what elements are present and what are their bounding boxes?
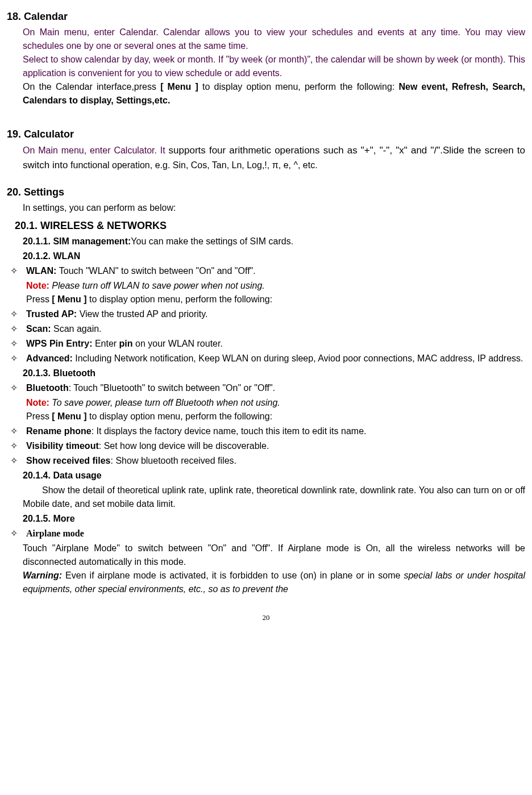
section-20-num: 20.	[7, 186, 21, 198]
section-18-p2: On the Calendar interface,press [ Menu ]…	[23, 80, 525, 107]
diamond-icon: ✧	[7, 424, 26, 438]
diamond-icon: ✧	[7, 264, 26, 278]
bt-t: : Touch "Bluetooth" to switch between "O…	[69, 383, 275, 393]
section-18-p2a: On the Calendar interface,press	[23, 82, 160, 91]
data-usage-text: Show the detail of theoretical uplink ra…	[23, 484, 525, 511]
section-19-text: Calculator	[24, 128, 74, 140]
trusted-ap-body: Trusted AP: View the trusted AP and prio…	[26, 307, 525, 321]
airplane-text: Touch "Airplane Mode" to switch between …	[23, 542, 525, 569]
wps-t1: Enter	[95, 339, 119, 348]
bt-item: ✧ Bluetooth: Touch "Bluetooth" to switch…	[7, 381, 525, 395]
wps-t2: on your WLAN router.	[133, 339, 223, 348]
heading-201: 20.1. WIRELESS & NETWORKS	[15, 218, 525, 234]
section-18-title: 18. Calendar	[7, 9, 525, 24]
press-a-2: Press	[26, 411, 52, 421]
press-b-2: to display option menu, perform the foll…	[87, 411, 272, 421]
scan-b: Scan:	[26, 324, 53, 334]
wlan-item: ✧ WLAN: Touch "WLAN" to switch between "…	[7, 264, 525, 278]
vis-b: Visibility timeout	[26, 441, 99, 451]
text-2011: You can make the settings of SIM cards.	[131, 236, 293, 246]
wlan-b: WLAN:	[26, 266, 59, 276]
rename-t: : It displays the factory device name, t…	[92, 426, 367, 436]
trusted-ap-item: ✧ Trusted AP: View the trusted AP and pr…	[7, 307, 525, 321]
wps-item: ✧ WPS Pin Entry: Enter pin on your WLAN …	[7, 337, 525, 351]
press-menu-2: [ Menu ]	[52, 411, 86, 421]
section-18-p1a: On Main menu, enter Calendar. Calendar a…	[23, 26, 525, 53]
section-18-p2b: [ Menu ]	[160, 82, 198, 91]
advanced-item: ✧ Advanced: Including Network notificati…	[7, 352, 525, 365]
note-label-1: Note:	[26, 281, 49, 290]
bt-sublist: ✧ Rename phone: It displays the factory …	[7, 424, 525, 468]
show-files-item: ✧ Show received files: Show bluetooth re…	[7, 454, 525, 468]
bt-note: To save power, please turn off Bluetooth…	[49, 398, 280, 407]
more-list: ✧ Airplane mode	[7, 527, 525, 540]
wlan-press-row: Press [ Menu ] to display option menu, p…	[26, 293, 525, 306]
wlan-body: WLAN: Touch "WLAN" to switch between "On…	[26, 264, 525, 278]
rename-b: Rename phone	[26, 426, 92, 436]
section-19-num: 19.	[7, 128, 21, 140]
diamond-icon: ✧	[7, 454, 26, 468]
heading-2011: 20.1.1. SIM management:	[23, 236, 131, 246]
heading-2014: 20.1.4. Data usage	[23, 469, 525, 482]
bt-press-row: Press [ Menu ] to display option menu, p…	[26, 410, 525, 423]
scan-t: Scan again.	[53, 324, 102, 334]
section-20-intro: In settings, you can perform as below:	[23, 201, 525, 215]
warn-t1: Even if airplane mode is activated, it i…	[62, 571, 404, 580]
press-a-1: Press	[26, 294, 52, 304]
press-menu-1: [ Menu ]	[52, 294, 86, 304]
show-files-body: Show received files: Show bluetooth rece…	[26, 454, 525, 468]
scan-body: Scan: Scan again.	[26, 322, 525, 336]
wlan-sublist: ✧ Trusted AP: View the trusted AP and pr…	[7, 307, 525, 365]
rename-item: ✧ Rename phone: It displays the factory …	[7, 424, 525, 438]
heading-2012: 20.1.2. WLAN	[23, 249, 525, 263]
diamond-icon: ✧	[7, 322, 26, 336]
trusted-t: View the trusted AP and priority.	[80, 309, 208, 319]
visibility-body: Visibility timeout: Set how long device …	[26, 439, 525, 453]
heading-2015: 20.1.5. More	[23, 512, 525, 526]
section-18-text: Calendar	[24, 11, 68, 22]
diamond-icon: ✧	[7, 307, 26, 321]
wps-pin: pin	[119, 339, 133, 348]
note-label-2: Note:	[26, 398, 49, 407]
section-18-p1b: Select to show calendar by day, week or …	[23, 53, 525, 80]
wps-body: WPS Pin Entry: Enter pin on your WLAN ro…	[26, 337, 525, 351]
air-b: Airplane mode	[26, 528, 84, 538]
section-18-num: 18.	[7, 11, 21, 22]
wps-b: WPS Pin Entry:	[26, 339, 95, 348]
section-19-p1a: On Main menu, enter Calculator. It	[23, 145, 169, 155]
section-20-title: 20. Settings	[7, 185, 525, 200]
scan-item: ✧ Scan: Scan again.	[7, 322, 525, 336]
diamond-icon: ✧	[7, 352, 26, 365]
section-19-title: 19. Calculator	[7, 127, 525, 142]
rename-body: Rename phone: It displays the factory de…	[26, 424, 525, 438]
warn-b: Warning:	[23, 571, 62, 580]
diamond-icon: ✧	[7, 337, 26, 351]
bt-list: ✧ Bluetooth: Touch "Bluetooth" to switch…	[7, 381, 525, 395]
bt-note-row: Note: To save power, please turn off Blu…	[26, 396, 525, 410]
diamond-icon: ✧	[7, 527, 26, 540]
section-19-body: On Main menu, enter Calculator. It suppo…	[23, 143, 525, 172]
heading-2013: 20.1.3. Bluetooth	[23, 367, 525, 380]
section-18-p2c: to display option menu, perform the foll…	[198, 82, 399, 91]
section-20-text: Settings	[24, 186, 64, 198]
warning-row: Warning: Even if airplane mode is activa…	[23, 569, 525, 596]
show-t: : Show bluetooth received files.	[111, 456, 236, 465]
advanced-body: Advanced: Including Network notification…	[26, 352, 525, 365]
wlan-note-row: Note: Please turn off WLAN to save power…	[26, 279, 525, 293]
visibility-item: ✧ Visibility timeout: Set how long devic…	[7, 439, 525, 453]
wlan-t: Touch "WLAN" to switch between "On" and …	[59, 266, 256, 276]
heading-2011-row: 20.1.1. SIM management:You can make the …	[23, 235, 525, 248]
page-number: 20	[7, 612, 525, 623]
wlan-note: Please turn off WLAN to save power when …	[49, 281, 265, 290]
vis-t: : Set how long device will be discoverab…	[99, 441, 269, 451]
adv-t: Including Network notification, Keep WLA…	[75, 353, 523, 363]
adv-b: Advanced:	[26, 353, 75, 363]
section-19-p1c: functional operation, e.g. Sin, Cos, Tan…	[70, 160, 318, 170]
bt-b: Bluetooth	[26, 383, 69, 393]
press-b-1: to display option menu, perform the foll…	[87, 294, 272, 304]
diamond-icon: ✧	[7, 381, 26, 395]
show-b: Show received files	[26, 456, 111, 465]
airplane-label: Airplane mode	[26, 527, 525, 540]
airplane-item: ✧ Airplane mode	[7, 527, 525, 540]
diamond-icon: ✧	[7, 439, 26, 453]
